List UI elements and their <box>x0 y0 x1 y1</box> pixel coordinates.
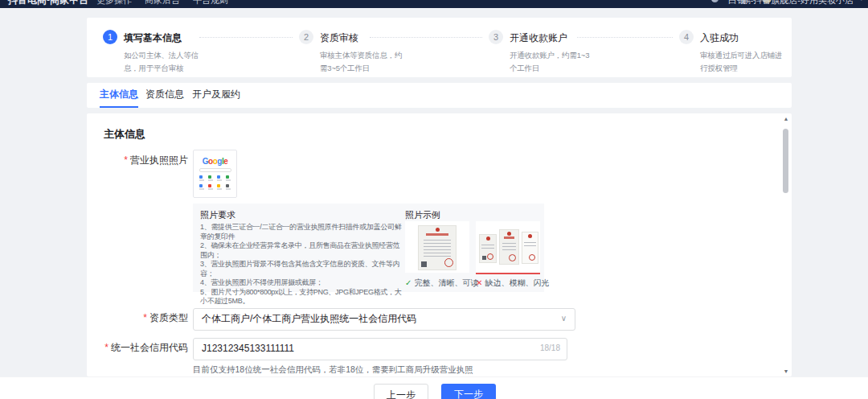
icon-grid-row <box>194 175 236 181</box>
prev-step-button[interactable]: 上一步 <box>374 384 428 399</box>
step-3-title: 开通收款账户 <box>510 31 567 45</box>
step-3-desc: 开通收款账户，约需1~3个工作日 <box>510 49 593 75</box>
license-photo-upload[interactable]: Google <box>193 150 237 198</box>
credit-code-field-wrap: 18/18 <box>193 338 567 360</box>
char-counter: 18/18 <box>540 339 560 358</box>
step-connector <box>370 37 482 38</box>
subject-info-form: 主体信息 *营业执照照片 Google 照片要求 1、需提供三证合一/二证合一的… <box>87 113 792 376</box>
tab-qualification-info[interactable]: 资质信息 <box>145 83 184 106</box>
requirements-list: 1、需提供三证合一/二证合一的营业执照原件扫描件或加盖公司鲜章的复印件 2、确保… <box>200 223 406 306</box>
step-4-title: 入驻成功 <box>700 31 739 45</box>
license-photo-label: *营业执照照片 <box>93 154 188 167</box>
nav-item-2[interactable]: 平台规则 <box>193 0 228 6</box>
qual-type-value: 个体工商户/个体工商户营业执照统一社会信用代码 <box>202 313 416 324</box>
chevron-down-icon: ▾ <box>859 0 863 2</box>
requirements-title: 照片要求 <box>200 209 235 221</box>
form-scrollbar[interactable]: ▲ ▼ <box>782 116 790 374</box>
requirement-item: 1、需提供三证合一/二证合一的营业执照原件扫描件或加盖公司鲜章的复印件 <box>200 223 406 241</box>
requirement-item: 3、营业执照图片背景不得包含其他含文字信息的资质、文件等内容； <box>200 260 406 278</box>
form-tabs: 主体信息 资质信息 开户及履约 <box>87 83 792 108</box>
step-2-number: 2 <box>299 30 313 44</box>
required-mark: * <box>124 154 128 166</box>
requirement-item: 5、图片尺寸为800*800px以上，支持PNG、JPG和JPEG格式，大小不超… <box>200 288 406 306</box>
tier-medal-icon <box>711 0 719 2</box>
good-example-image <box>405 221 469 273</box>
requirement-item: 4、营业执照图片不得使用屏摄或截屏； <box>200 278 406 288</box>
scroll-down-icon[interactable]: ▼ <box>783 368 789 374</box>
step-4-number: 4 <box>679 30 694 44</box>
brand-logo[interactable]: 抖音电商-商家中台 <box>8 0 88 7</box>
qual-type-select[interactable]: 个体工商户/个体工商户营业执照统一社会信用代码 ∨ <box>193 308 575 331</box>
step-4-desc: 审核通过后可进入店铺进行授权管理 <box>700 49 784 75</box>
examples-title: 照片示例 <box>405 209 440 221</box>
photo-requirements-panel: 照片要求 1、需提供三证合一/二证合一的营业执照原件扫描件或加盖公司鲜章的复印件… <box>193 204 544 292</box>
step-1-title: 填写基本信息 <box>124 31 182 45</box>
icon-grid-row <box>194 184 236 190</box>
tab-subject-info[interactable]: 主体信息 <box>100 83 138 108</box>
step-3-number: 3 <box>489 30 503 44</box>
step-2-title: 资质审核 <box>320 31 358 45</box>
required-mark: * <box>104 342 108 353</box>
scrollbar-thumb[interactable] <box>783 129 788 193</box>
step-connector <box>199 37 293 38</box>
footer-bar: 上一步 下一步 <box>0 376 868 399</box>
credit-code-help: 目前仅支持18位统一社会信用代码，若非18位，需要到工商局升级营业执照 <box>193 364 473 376</box>
google-logo: Google <box>194 157 236 166</box>
step-2-desc: 审核主体等资质信息，约需3~5个工作日 <box>320 49 403 75</box>
credit-code-input[interactable] <box>194 339 530 358</box>
search-bar-sketch <box>199 168 231 172</box>
good-example-caption: ✓完整、清晰、可读 <box>405 278 478 289</box>
required-mark: * <box>143 312 147 323</box>
chevron-down-icon: ∨ <box>561 309 567 328</box>
step-1-desc: 如公司主体、法人等信息，用于平台审核 <box>124 49 207 75</box>
step-connector <box>577 37 673 38</box>
next-step-button[interactable]: 下一步 <box>441 384 496 399</box>
credit-code-label: *统一社会信用代码 <box>93 341 188 355</box>
requirement-item: 2、确保未在企业经营异常名录中，且所售商品在营业执照经营范围内； <box>200 241 406 260</box>
merchant-onboarding-page: 抖音电商-商家中台 更多操作 商家后台 平台规则 白银 鹏-抖音旗舰店-好用美妆… <box>0 0 868 399</box>
user-menu[interactable]: 鹏-抖音旗舰店-好用美妆小店 <box>742 0 854 6</box>
bad-example-caption: ✕缺边、模糊、闪光 <box>476 278 549 289</box>
bad-example-image <box>476 221 540 274</box>
section-title: 主体信息 <box>104 127 145 142</box>
tab-account-compliance[interactable]: 开户及履约 <box>192 83 240 106</box>
step-1-number: 1 <box>103 30 117 44</box>
onboarding-stepper: 1 填写基本信息 如公司主体、法人等信息，用于平台审核 2 资质审核 审核主体等… <box>87 18 792 77</box>
qual-type-label: *资质类型 <box>93 311 188 325</box>
top-navbar: 抖音电商-商家中台 更多操作 商家后台 平台规则 白银 鹏-抖音旗舰店-好用美妆… <box>0 0 868 8</box>
scroll-up-icon[interactable]: ▲ <box>783 116 789 121</box>
cross-icon: ✕ <box>476 278 482 287</box>
nav-item-0[interactable]: 更多操作 <box>96 0 132 6</box>
check-icon: ✓ <box>405 278 411 287</box>
nav-item-1[interactable]: 商家后台 <box>145 0 180 6</box>
